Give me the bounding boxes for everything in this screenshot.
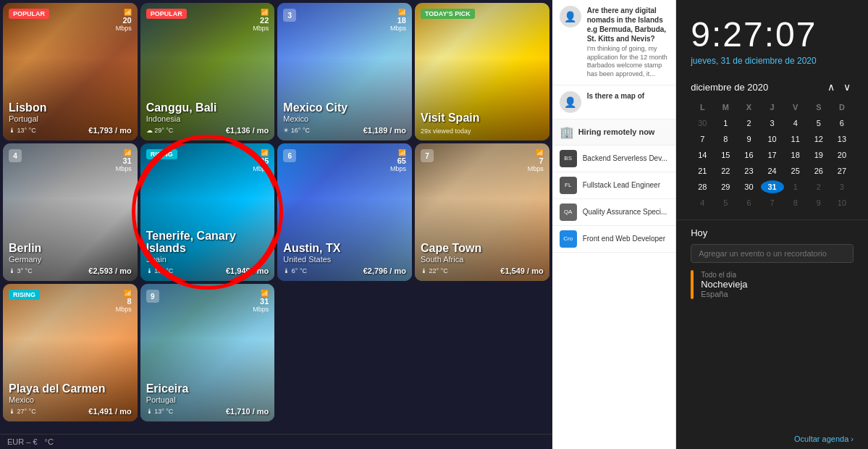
cal-day[interactable]: 11 bbox=[784, 133, 807, 146]
cal-day[interactable]: 15 bbox=[714, 148, 737, 161]
wifi-info: 📶 31 Mbps bbox=[116, 149, 132, 172]
cal-day[interactable]: 2 bbox=[807, 180, 830, 193]
job-title: Fullstack Lead Engineer bbox=[583, 181, 660, 189]
agenda-input[interactable] bbox=[691, 244, 854, 263]
cal-day[interactable]: 7 bbox=[691, 133, 714, 146]
country-name: South Africa bbox=[421, 255, 544, 264]
cal-day[interactable]: 7 bbox=[761, 196, 784, 209]
cal-day[interactable]: 16 bbox=[737, 148, 760, 161]
card-playa[interactable]: RISING 📶 8 Mbps Playa del Carmen Mexico … bbox=[3, 284, 138, 421]
card-mexico[interactable]: 3 📶 18 Mbps Mexico City Mexico ☀ 16° °C … bbox=[277, 3, 412, 140]
event-title: Nochevieja bbox=[701, 279, 854, 290]
wifi-info: 📶 25 Mbps bbox=[253, 149, 269, 172]
bottom-bar: EUR – € °C bbox=[0, 434, 552, 449]
event-info: Todo el día Nochevieja España bbox=[701, 271, 854, 298]
cal-day[interactable]: 4 bbox=[784, 117, 807, 130]
calendar-week-1: 30 1 2 3 4 5 6 bbox=[691, 117, 854, 130]
cal-day[interactable]: 8 bbox=[714, 133, 737, 146]
clock-date: jueves, 31 de diciembre de 2020 bbox=[691, 56, 854, 66]
cal-day[interactable]: 13 bbox=[830, 133, 854, 146]
price-info: €2,796 / mo bbox=[363, 267, 406, 275]
cal-day[interactable]: 14 bbox=[691, 148, 714, 161]
job-title: Quality Assurance Speci... bbox=[583, 208, 667, 216]
card-lisbon[interactable]: POPULAR 📶 20 Mbps Lisbon Portugal 🌡 13° … bbox=[3, 3, 138, 140]
calendar-section: diciembre de 2020 ∧ ∨ L M X J V S D 30 1… bbox=[676, 73, 868, 219]
discussion-item[interactable]: 👤 Are there any digital nomads in the Is… bbox=[552, 0, 676, 85]
cal-day[interactable]: 3 bbox=[830, 180, 854, 193]
city-name: Playa del Carmen bbox=[9, 382, 132, 395]
cal-day[interactable]: 9 bbox=[807, 196, 830, 209]
cal-day[interactable]: 29 bbox=[714, 180, 737, 193]
cal-day[interactable]: 28 bbox=[691, 180, 714, 193]
cal-day[interactable]: 22 bbox=[714, 164, 737, 177]
price-info: €2,593 / mo bbox=[88, 267, 131, 275]
cal-day[interactable]: 2 bbox=[737, 117, 760, 130]
price-info: €1,189 / mo bbox=[363, 126, 406, 135]
city-name: Canggu, Bali bbox=[146, 101, 269, 114]
city-name: Mexico City bbox=[283, 101, 406, 114]
cal-day[interactable]: 18 bbox=[784, 148, 807, 161]
cal-day[interactable]: 5 bbox=[714, 196, 737, 209]
card-austin[interactable]: 6 📶 65 Mbps Austin, TX United States 🌡 6… bbox=[277, 143, 412, 281]
job-item-qa[interactable]: QA Quality Assurance Speci... bbox=[552, 199, 676, 226]
card-berlin[interactable]: 4 📶 31 Mbps Berlin Germany 🌡 3° °C €2,59… bbox=[3, 143, 138, 281]
clock-time: 9:27:07 bbox=[691, 14, 854, 54]
cal-day[interactable]: 19 bbox=[807, 148, 830, 161]
country-name: Portugal bbox=[146, 395, 269, 404]
hide-agenda-button[interactable]: Ocultar agenda › bbox=[676, 429, 868, 449]
cal-header-d: D bbox=[830, 101, 854, 114]
cal-day[interactable]: 26 bbox=[807, 164, 830, 177]
rising-badge: RISING bbox=[9, 290, 40, 300]
city-name: Tenerife, Canary Islands bbox=[146, 230, 269, 255]
job-item-frontend[interactable]: Cro Front end Web Developer bbox=[552, 226, 676, 253]
cal-day[interactable]: 17 bbox=[761, 148, 784, 161]
cal-day[interactable]: 1 bbox=[714, 117, 737, 130]
rank-badge: 6 bbox=[283, 149, 296, 162]
job-item-fullstack[interactable]: FL Fullstack Lead Engineer bbox=[552, 172, 676, 199]
card-ericeira[interactable]: 9 📶 31 Mbps Ericeira Portugal 🌡 13° °C €… bbox=[140, 284, 275, 421]
cal-day[interactable]: 25 bbox=[784, 164, 807, 177]
cal-day[interactable]: 10 bbox=[830, 196, 854, 209]
discussion-avatar: 👤 bbox=[560, 91, 581, 113]
cal-day[interactable]: 3 bbox=[761, 117, 784, 130]
cards-grid: POPULAR 📶 20 Mbps Lisbon Portugal 🌡 13° … bbox=[0, 0, 552, 434]
hiring-header-text: Hiring remotely now bbox=[578, 127, 655, 136]
cal-day-today[interactable]: 31 bbox=[761, 180, 784, 193]
cal-day[interactable]: 30 bbox=[691, 117, 714, 130]
calendar-prev-button[interactable]: ∧ bbox=[825, 81, 838, 93]
country-name: Germany bbox=[9, 255, 132, 264]
calendar-week-6: 4 5 6 7 8 9 10 bbox=[691, 196, 854, 209]
cal-day[interactable]: 4 bbox=[691, 196, 714, 209]
cal-day[interactable]: 5 bbox=[807, 117, 830, 130]
cal-day[interactable]: 21 bbox=[691, 164, 714, 177]
cal-day[interactable]: 1 bbox=[784, 180, 807, 193]
cal-day[interactable]: 23 bbox=[737, 164, 760, 177]
cal-day[interactable]: 9 bbox=[737, 133, 760, 146]
job-logo: Cro bbox=[560, 230, 577, 248]
discussion-text: Is there a map of bbox=[587, 91, 669, 101]
city-name: Cape Town bbox=[421, 242, 544, 255]
clock-section: 9:27:07 jueves, 31 de diciembre de 2020 bbox=[676, 0, 868, 73]
cal-day[interactable]: 24 bbox=[761, 164, 784, 177]
cal-day[interactable]: 27 bbox=[830, 164, 854, 177]
right-sidebar: 👤 Are there any digital nomads in the Is… bbox=[552, 0, 677, 449]
temp-info: 🌡 6° °C bbox=[283, 267, 307, 274]
card-capetown[interactable]: 7 📶 7 Mbps Cape Town South Africa 🌡 22° … bbox=[415, 143, 549, 281]
cal-day[interactable]: 8 bbox=[784, 196, 807, 209]
calendar-month: diciembre de 2020 bbox=[691, 82, 768, 93]
job-item-backend[interactable]: BS Backend Serverless Dev... bbox=[552, 146, 676, 172]
cal-day[interactable]: 6 bbox=[737, 196, 760, 209]
cal-day[interactable]: 6 bbox=[830, 117, 854, 130]
discussion-item[interactable]: 👤 Is there a map of bbox=[552, 85, 676, 119]
calendar-next-button[interactable]: ∨ bbox=[840, 81, 854, 93]
cal-day[interactable]: 30 bbox=[737, 180, 760, 193]
temp-info: 🌡 22° °C bbox=[421, 267, 448, 274]
card-canggu[interactable]: POPULAR 📶 22 Mbps Canggu, Bali Indonesia… bbox=[140, 3, 275, 140]
wifi-info: 📶 8 Mbps bbox=[116, 290, 132, 313]
cal-day[interactable]: 20 bbox=[830, 148, 854, 161]
cal-day[interactable]: 10 bbox=[761, 133, 784, 146]
card-tenerife[interactable]: RISING 📶 25 Mbps Tenerife, Canary Island… bbox=[140, 143, 275, 281]
card-spain[interactable]: TODAY'S PICK Visit Spain 29x viewed toda… bbox=[415, 3, 549, 140]
rising-badge: RISING bbox=[146, 149, 177, 159]
cal-day[interactable]: 12 bbox=[807, 133, 830, 146]
